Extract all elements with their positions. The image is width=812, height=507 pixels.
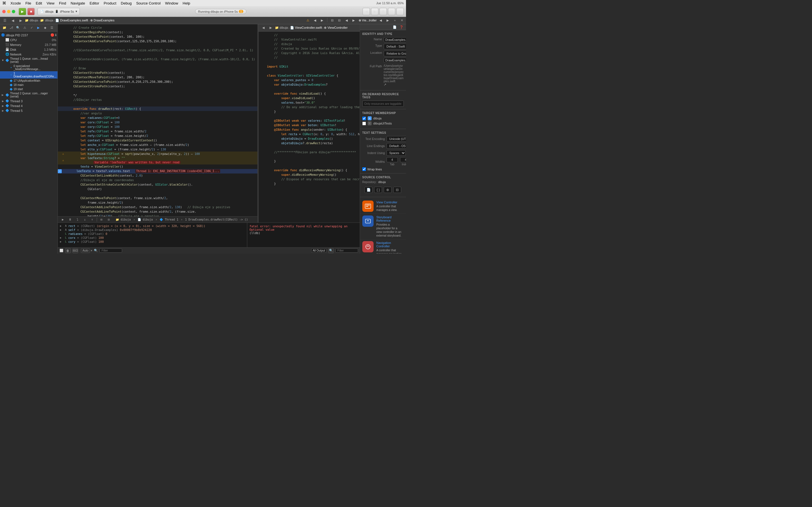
fullpath-browse-btn[interactable]: ↗ [384,83,386,86]
se-nav-left[interactable]: ◀ [260,25,266,31]
thread1-frame1[interactable]: 🔹 1 DrawExamples.drawRect(CGRe... [0,71,57,78]
menu-view[interactable]: View [45,1,56,6]
tab-width-input[interactable] [387,157,398,162]
app-process-item[interactable]: 🔵 dibuja PID 2157 🔴 ℹ [0,33,57,38]
menu-window[interactable]: Window [163,1,180,6]
nav-prev-btn2[interactable]: ◀ [343,18,350,23]
split-left-btn[interactable]: ⊟ [329,18,336,23]
se-nav-right[interactable]: ▶ [267,25,274,31]
location-file-field[interactable]: DrawExamples.swift [384,58,406,63]
thread1-frame0[interactable]: 🔹 0 specialized _fatalErrorMessage... [0,64,57,71]
sc-icon-file[interactable]: 📄 [364,187,372,193]
thread1-frame18[interactable]: 🔷 18 main [0,83,57,87]
nav-search-btn[interactable]: 🔍 [15,25,21,31]
menu-file[interactable]: File [23,1,33,6]
nav-report-btn[interactable]: ☰ [49,25,55,31]
layout-btn2[interactable]: ⊡ [388,8,395,15]
menu-find[interactable]: Find [57,1,68,6]
debug-filter-input[interactable] [100,248,122,252]
debug-btn-continue[interactable]: ▶ [60,217,66,222]
nav-breakpoints-btn[interactable]: ◆ [42,25,48,31]
debug-btn-step-over[interactable]: ⤵ [75,217,80,222]
debug-btn-step-out[interactable]: ↑ [89,217,95,222]
thread1-item[interactable]: ▼ 🔷 Thread 1 Queue: com....hread (serial… [0,57,57,64]
se-bc-class[interactable]: ⊕ ViewController [324,26,347,30]
indent-select[interactable]: Spaces [387,150,406,156]
indent-width-input[interactable] [400,157,406,162]
maximize-button[interactable] [12,10,15,13]
name-input[interactable] [384,37,406,42]
nav-right-btn[interactable]: ▶ [371,8,378,15]
bc-file[interactable]: 📄 DrawExamples.swift [55,18,88,22]
cpu-item[interactable]: ⬜ CPU 0% [0,38,57,42]
nav-debug-btn[interactable]: ▶ [36,25,41,31]
line-endings-select[interactable]: Default - OS X / Unix (LF) [387,143,406,149]
encoding-select[interactable]: Unicode (UTF-8) [387,136,406,142]
output-selector[interactable]: All Output [311,248,326,252]
target-dibuja-checkbox[interactable] [362,117,366,120]
debug-layout-split[interactable]: ⊟⊡ [72,248,78,253]
nav-next-btn2[interactable]: ▶ [350,18,357,23]
bc2-prev[interactable]: ◀ [377,18,384,23]
sc-icon-diff[interactable]: ⊟ [393,187,401,193]
nav-prev-issue[interactable]: ◀ [312,18,318,23]
location-select[interactable]: Relative to Group [384,51,406,56]
nav-issues-btn[interactable]: ⚠ [22,25,28,31]
second-editor-code[interactable]: // // ViewController.swift // dibuja // … [259,32,360,223]
thread2-item[interactable]: ▶ 🔷 Thread 2 Queue: com....nager (serial… [0,91,57,99]
filter-icon-right[interactable]: 🔍 [328,248,334,253]
sc-icon-branch[interactable]: { } [374,187,382,193]
nav-next-issue[interactable]: ▶ [319,18,325,23]
thread5-item[interactable]: ▶ 🔷 Thread 5 [0,108,57,113]
debug-clear-btn[interactable]: 🗑 [65,248,71,253]
debug-btn-pause[interactable]: ⏸ [67,217,73,222]
bc-folder[interactable]: 📁 dibuja [40,18,53,22]
nav-source-control-btn[interactable]: ⎇ [8,25,14,31]
menu-xcode[interactable]: Xcode [8,1,23,6]
inspector-icon-btn1[interactable]: 📄 [392,24,398,30]
close-button[interactable] [2,10,6,13]
layout-btn3[interactable]: ⊟ [396,8,404,15]
layout-btn1[interactable]: ⊞ [379,8,387,15]
bc2-next[interactable]: ▶ [385,18,391,23]
scheme-selector[interactable]: 📄 dibuja 📱 iPhone 5s ▾ [38,8,80,15]
thread1-frame17[interactable]: 🔷 17 UIApplicationMain [0,78,57,83]
sc-icon-commit[interactable]: ⊕ [384,187,392,193]
nav-left-btn[interactable]: ◀ [363,8,370,15]
inspector-icon-btn2[interactable]: ❓ [399,24,404,30]
add-editor-btn[interactable]: ＋ [392,18,398,23]
thread4-item[interactable]: ▶ 🔷 Thread 4 [0,103,57,108]
auto-button[interactable]: Auto [81,248,90,253]
nav-folder-icon-btn[interactable]: 📁 [2,25,7,31]
bc2-symbol[interactable]: ⊕ Vie...troller [359,18,377,22]
code-editor-primary[interactable]: // Create Circle CGContextBeginPath(cont… [58,24,257,216]
type-select[interactable]: Default - Swift Source [384,44,406,49]
stop-button[interactable]: ■ [28,8,35,15]
debug-btn-step-into[interactable]: ↓ [82,217,88,222]
network-item[interactable]: 🌐 Network Zero KB/s [0,52,57,57]
menu-navigate[interactable]: Navigate [68,1,87,6]
wrap-checkbox[interactable] [362,167,366,171]
menu-edit[interactable]: Edit [34,1,44,6]
run-button[interactable]: ▶ [18,8,26,15]
debug-btn-view2[interactable]: ⊡ [106,217,112,222]
nav-tests-btn[interactable]: ✓ [29,25,35,31]
jump-btn-left[interactable]: ◀ [9,17,16,24]
se-bc-file[interactable]: 📄 ViewController.swift [290,26,322,30]
warning-nav-btn[interactable]: ⚠ [305,18,311,23]
menu-product[interactable]: Product [102,1,118,6]
bc-project[interactable]: 📁 dibuja [25,18,38,22]
warning-badge[interactable]: 1 [239,10,243,13]
close-editor-btn[interactable]: ✕ [399,18,405,23]
disk-item[interactable]: 💾 Disk 1.3 MB/s [0,47,57,52]
debug-btn-view[interactable]: ⊟ [99,217,104,222]
thread1-frame19[interactable]: 🔷 19 start [0,87,57,91]
menu-debug[interactable]: Debug [119,1,134,6]
memory-item[interactable]: ⬛ Memory 23.7 MB [0,42,57,47]
thread3-item[interactable]: ▶ 🔷 Thread 3 [0,99,57,103]
menu-help[interactable]: Help [181,1,192,6]
target-uitest-checkbox[interactable] [362,122,366,125]
menu-editor[interactable]: Editor [88,1,101,6]
menu-source-control[interactable]: Source Control [134,1,163,6]
minimize-button[interactable] [7,10,10,13]
